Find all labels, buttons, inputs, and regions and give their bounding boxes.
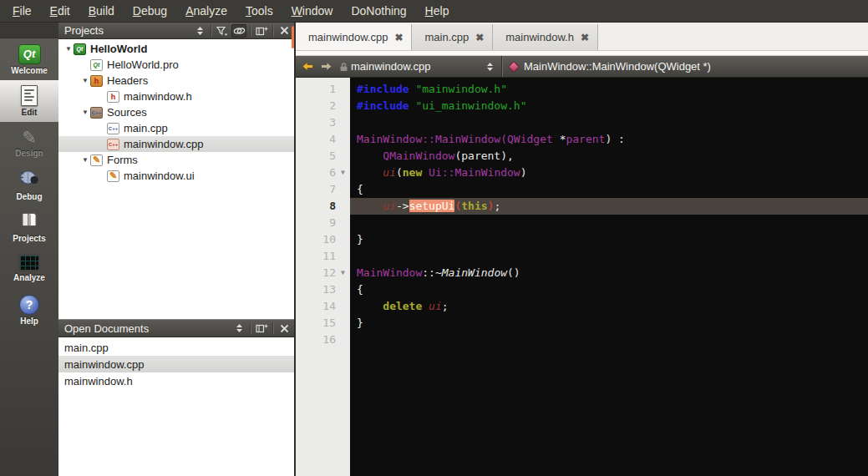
mode-button-projects[interactable]: Projects — [0, 205, 58, 247]
code-line-4[interactable]: MainWindow::MainWindow(QWidget *parent) … — [350, 131, 868, 148]
code-line-3[interactable] — [350, 114, 868, 131]
menu-item-file[interactable]: File — [3, 1, 41, 21]
expander-icon[interactable]: ▼ — [63, 45, 74, 53]
projects-book-icon — [19, 210, 39, 232]
mode-button-analyze[interactable]: Analyze — [0, 247, 58, 289]
editor-tab-mainwindow-cpp[interactable]: mainwindow.cpp✖ — [296, 24, 412, 50]
menu-item-edit[interactable]: Edit — [41, 1, 79, 21]
mode-button-welcome[interactable]: QtWelcome — [0, 38, 58, 80]
tab-close-icon[interactable]: ✖ — [581, 33, 589, 43]
open-document-mainwindow-cpp[interactable]: mainwindow.cpp — [58, 356, 294, 372]
mode-button-help[interactable]: ?Help — [0, 289, 58, 331]
tree-item-helloworld-pro[interactable]: QtHelloWorld.pro — [58, 57, 294, 73]
tree-item-mainwindow-cpp[interactable]: C++mainwindow.cpp — [58, 136, 294, 152]
combo-arrows-icon[interactable] — [192, 24, 207, 38]
fold-marker-icon[interactable]: ▼ — [336, 165, 350, 181]
code-line-8[interactable]: ui->setupUi(this); — [350, 198, 868, 215]
code-line-15[interactable]: } — [350, 315, 868, 332]
overlay-scrollbar-thumb[interactable] — [292, 26, 294, 48]
code-line-16[interactable] — [350, 332, 868, 348]
sync-with-editor-icon[interactable] — [231, 24, 246, 38]
fold-marker-icon[interactable]: ▼ — [336, 265, 350, 281]
tree-item-mainwindow-ui[interactable]: ✎mainwindow.ui — [58, 168, 294, 184]
expander-icon[interactable]: ▼ — [80, 156, 90, 164]
line-number: 11 — [296, 248, 336, 265]
gutter-line-3: 3 — [296, 114, 350, 131]
split-new-window-icon[interactable] — [254, 322, 269, 335]
tab-close-icon[interactable]: ✖ — [394, 33, 403, 43]
qt-file-icon: Qt — [90, 59, 103, 71]
code-line-10[interactable]: } — [350, 231, 868, 248]
filter-icon[interactable] — [215, 24, 230, 38]
close-icon[interactable] — [277, 322, 292, 335]
open-document-mainwindow-h[interactable]: mainwindow.h — [58, 372, 294, 389]
code-text[interactable]: #include "mainwindow.h"#include "ui_main… — [350, 78, 868, 476]
method-symbol-icon — [508, 60, 520, 72]
editor-tab-main-cpp[interactable]: main.cpp✖ — [412, 24, 493, 50]
menu-item-help[interactable]: Help — [416, 1, 459, 21]
tree-item-forms[interactable]: ▼✎Forms — [58, 152, 294, 168]
mode-button-debug[interactable]: Debug — [0, 164, 58, 205]
expander-icon[interactable]: ▼ — [80, 77, 90, 84]
tree-item-mainwindow-h[interactable]: hmainwindow.h — [58, 89, 294, 104]
tab-label: mainwindow.h — [505, 31, 574, 43]
mode-button-edit[interactable]: Edit — [0, 80, 58, 122]
code-line-9[interactable] — [350, 215, 868, 231]
code-line-11[interactable] — [350, 248, 868, 265]
projects-panel-title: Projects — [64, 24, 192, 37]
menu-item-build[interactable]: Build — [79, 1, 124, 21]
debug-bug-icon — [18, 168, 41, 190]
main-layout: QtWelcomeEdit✎DesignDebugProjectsAnalyze… — [0, 23, 868, 476]
gutter-line-10: 10 — [296, 231, 350, 248]
projects-panel-toolbar — [192, 24, 292, 38]
line-number: 6 — [296, 165, 336, 181]
code-line-2[interactable]: #include "ui_mainwindow.h" — [350, 98, 868, 114]
cpp-folder-icon: C++ — [90, 107, 103, 119]
code-line-13[interactable]: { — [350, 281, 868, 298]
qt-logo-icon: Qt — [18, 44, 41, 64]
gutter-line-12: 12▼ — [296, 265, 350, 281]
gutter-line-9: 9 — [296, 215, 350, 231]
tree-item-main-cpp[interactable]: C++main.cpp — [58, 120, 294, 136]
tree-item-label: Forms — [107, 154, 138, 166]
editor-nav-buttons — [296, 61, 351, 72]
editor-tab-bar: mainwindow.cpp✖main.cpp✖mainwindow.h✖ — [296, 23, 868, 51]
combo-arrows-icon[interactable] — [231, 322, 246, 335]
code-line-12[interactable]: MainWindow::~MainWindow() — [350, 265, 868, 281]
code-editor[interactable]: 123456▼789101112▼13141516 #include "main… — [296, 78, 868, 476]
gutter-line-8: 8 — [296, 198, 350, 215]
tree-item-headers[interactable]: ▼hHeaders — [58, 73, 294, 89]
menu-item-window[interactable]: Window — [282, 1, 343, 21]
mode-button-design[interactable]: ✎Design — [0, 122, 58, 164]
open-documents-panel: Open Documents main.cppmainwindow.cppmai… — [58, 319, 294, 476]
code-line-6[interactable]: ui(new Ui::MainWindow) — [350, 165, 868, 181]
mode-label: Projects — [13, 234, 45, 243]
code-line-7[interactable]: { — [350, 181, 868, 198]
gutter-line-1: 1 — [296, 81, 350, 98]
menu-item-analyze[interactable]: Analyze — [176, 1, 236, 21]
tree-item-sources[interactable]: ▼C++Sources — [58, 104, 294, 120]
back-arrow-icon[interactable] — [302, 61, 314, 72]
forward-arrow-icon[interactable] — [320, 61, 332, 72]
menu-item-tools[interactable]: Tools — [236, 1, 282, 21]
expander-icon[interactable]: ▼ — [80, 109, 90, 116]
code-line-1[interactable]: #include "mainwindow.h" — [350, 81, 868, 98]
close-icon[interactable] — [277, 24, 292, 38]
split-new-window-icon[interactable] — [254, 24, 269, 38]
line-number: 7 — [296, 181, 336, 198]
analyze-monitor-icon — [18, 254, 40, 271]
editor-tab-mainwindow-h[interactable]: mainwindow.h✖ — [493, 24, 598, 50]
design-pen-icon: ✎ — [22, 129, 37, 147]
tree-item-label: Sources — [107, 106, 147, 119]
open-document-main-cpp[interactable]: main.cpp — [58, 339, 294, 356]
file-lock-icon[interactable] — [338, 62, 349, 72]
h-folder-icon: h — [90, 75, 103, 87]
tree-item-helloworld[interactable]: ▼QtHelloWorld — [58, 41, 294, 57]
open-file-dropdown[interactable]: mainwindow.cpp — [351, 60, 501, 73]
menu-item-debug[interactable]: Debug — [124, 1, 176, 21]
code-line-5[interactable]: QMainWindow(parent), — [350, 148, 868, 165]
code-line-14[interactable]: delete ui; — [350, 298, 868, 315]
menu-item-donothing[interactable]: DoNothing — [342, 1, 415, 21]
symbol-dropdown[interactable]: MainWindow::MainWindow(QWidget *) — [502, 60, 711, 73]
tab-close-icon[interactable]: ✖ — [475, 33, 484, 43]
